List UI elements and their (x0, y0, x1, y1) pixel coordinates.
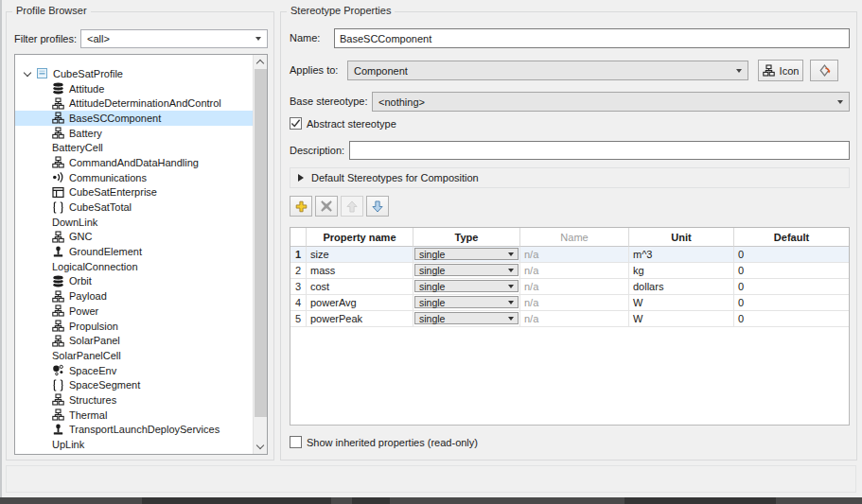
base-stereotype-label: Base stereotype: (290, 96, 368, 107)
table-row[interactable]: 3 cost single n/a dollars 0 (290, 279, 849, 295)
type-dropdown[interactable]: single (414, 280, 519, 292)
icon-button[interactable]: Icon (758, 60, 803, 81)
type-dropdown[interactable]: single (414, 248, 519, 260)
property-name-cell[interactable]: cost (307, 279, 413, 295)
filter-profiles-dropdown[interactable]: <all> (80, 29, 268, 48)
bottom-status-panel (6, 465, 856, 493)
tree-item[interactable]: CommandAndDataHandling (15, 155, 253, 170)
type-dropdown[interactable]: single (414, 264, 519, 276)
tree-item-label: Payload (69, 290, 107, 302)
type-dropdown[interactable]: single (414, 296, 519, 308)
tree-item[interactable]: Battery (15, 126, 253, 141)
applies-to-label: Applies to: (290, 64, 338, 76)
column-header-unit[interactable]: Unit (629, 228, 734, 247)
default-stereotypes-section[interactable]: Default Stereotypes for Composition (290, 167, 850, 188)
tree-item[interactable]: DownLink (15, 215, 253, 230)
tree-item[interactable]: TransportLaunchDeployServices (15, 423, 253, 438)
tree-item[interactable]: UpLink (15, 437, 253, 452)
property-name-cell[interactable]: powerAvg (307, 295, 413, 311)
unit-cell[interactable]: m^3 (629, 247, 734, 263)
tree-item-label: CubeSatProfile (53, 68, 123, 79)
hierarchy-icon (52, 290, 65, 303)
tree-item[interactable]: SpaceEnv (15, 363, 253, 378)
refresh-icon-button[interactable] (810, 60, 838, 81)
delete-property-button[interactable] (315, 196, 338, 217)
tree-item[interactable]: BatteryCell (15, 140, 253, 155)
column-header-property-name[interactable]: Property name (307, 228, 413, 247)
column-header-name[interactable]: Name (520, 228, 629, 247)
type-dropdown[interactable]: single (414, 312, 519, 324)
tree-item[interactable]: AttitudeDeterminationAndControl (15, 96, 253, 111)
row-number: 1 (290, 247, 307, 263)
default-cell[interactable]: 0 (734, 247, 849, 263)
unit-cell[interactable]: W (629, 311, 734, 327)
hierarchy-icon (52, 231, 65, 243)
name-cell: n/a (520, 263, 629, 279)
tree-item[interactable]: CubeSatTotal (15, 200, 253, 215)
name-cell: n/a (520, 311, 629, 327)
table-row[interactable]: 4 powerAvg single n/a W 0 (290, 295, 849, 311)
tree-item-label: DownLink (52, 217, 97, 228)
globe-icon (52, 453, 65, 454)
tree-item[interactable]: Propulsion (15, 319, 253, 334)
column-header-default[interactable]: Default (734, 228, 849, 247)
signal-icon (52, 171, 65, 183)
tree-item[interactable]: SolarPanelCell (15, 348, 253, 363)
move-up-button[interactable] (341, 196, 363, 217)
unit-cell[interactable]: W (629, 295, 734, 311)
abstract-stereotype-row: Abstract stereotype (290, 117, 396, 130)
segment-icon (52, 379, 65, 391)
base-stereotype-dropdown[interactable]: <nothing> (372, 92, 850, 112)
applies-to-dropdown[interactable]: Component (347, 61, 748, 80)
default-cell[interactable]: 0 (734, 295, 849, 311)
move-down-button[interactable] (366, 196, 389, 217)
chevron-expanded-icon[interactable] (22, 68, 33, 79)
scroll-down-icon[interactable] (254, 440, 268, 454)
chevron-down-icon (508, 285, 514, 288)
icon-button-label: Icon (780, 65, 800, 77)
tree-item[interactable]: BaseSCComponent (15, 111, 253, 126)
unit-cell[interactable]: dollars (629, 279, 734, 295)
table-row[interactable]: 2 mass single n/a kg 0 (290, 263, 849, 279)
tree-item[interactable] (15, 452, 253, 454)
properties-table-header: Property name Type Name Unit Default (290, 228, 849, 247)
tree-item[interactable]: Thermal (15, 408, 253, 423)
tree-item[interactable]: Structures (15, 392, 253, 408)
abstract-stereotype-checkbox[interactable] (290, 117, 302, 130)
property-name-cell[interactable]: powerPeak (307, 311, 413, 327)
hierarchy-icon (52, 335, 65, 347)
tree-item[interactable]: CubeSatEnterprise (15, 185, 253, 200)
property-name-cell[interactable]: size (307, 247, 413, 263)
add-property-button[interactable] (290, 196, 312, 217)
tree-item[interactable]: GroundElement (15, 244, 253, 259)
tree-scrollbar[interactable] (253, 55, 267, 454)
tree-item[interactable]: Attitude (15, 81, 253, 96)
tree-item[interactable]: Communications (15, 170, 253, 185)
unit-cell[interactable]: kg (629, 263, 734, 279)
property-name-cell[interactable]: mass (307, 263, 413, 279)
tree-item-label: Orbit (69, 275, 92, 287)
scrollbar-thumb[interactable] (255, 69, 267, 417)
tree-item[interactable]: SolarPanel (15, 333, 253, 348)
default-cell[interactable]: 0 (734, 279, 849, 295)
tree-item[interactable]: GNC (15, 230, 253, 245)
table-row[interactable]: 5 powerPeak single n/a W 0 (290, 311, 849, 327)
scroll-up-icon[interactable] (254, 55, 268, 69)
tree-item-root[interactable]: CubeSatProfile (15, 66, 253, 81)
column-header-type[interactable]: Type (413, 228, 520, 247)
tree-item[interactable]: SpaceSegment (15, 377, 253, 392)
description-input[interactable] (349, 141, 850, 160)
tree-item[interactable]: Power (15, 304, 253, 319)
default-cell[interactable]: 0 (734, 263, 849, 279)
tree-item-label: SolarPanelCell (52, 350, 121, 361)
type-value: single (419, 313, 445, 324)
default-cell[interactable]: 0 (734, 311, 849, 327)
tree-item[interactable]: Orbit (15, 274, 253, 289)
chevron-down-icon (508, 269, 514, 272)
tree-item[interactable]: LogicalConnection (15, 259, 253, 274)
tree-item[interactable]: Payload (15, 288, 253, 304)
name-input[interactable]: BaseSCComponent (334, 28, 850, 48)
show-inherited-checkbox[interactable] (290, 436, 302, 448)
table-row[interactable]: 1 size single n/a m^3 0 (290, 247, 849, 263)
hierarchy-icon (52, 127, 65, 139)
